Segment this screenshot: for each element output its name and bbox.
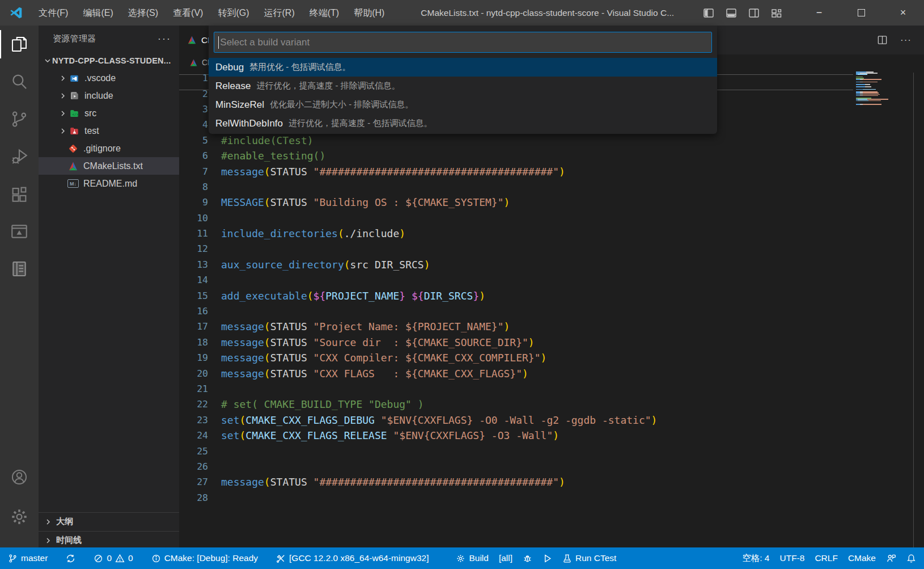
toggle-panel-icon[interactable] <box>726 7 737 19</box>
build-gear-icon <box>456 554 465 563</box>
menu-item-3[interactable]: 查看(V) <box>166 0 210 26</box>
cmake-build-button[interactable]: Build <box>451 547 493 569</box>
tree-item-vscode[interactable]: .vscode <box>39 69 179 87</box>
feedback-button[interactable] <box>881 547 901 569</box>
code-line-24[interactable]: 24set(CMAKE_CXX_FLAGS_RELEASE "$ENV{CXXF… <box>179 428 853 443</box>
tree-item-include[interactable]: include <box>39 87 179 104</box>
feedback-icon <box>886 553 896 563</box>
customize-layout-icon[interactable] <box>771 7 782 19</box>
vertical-scrollbar[interactable] <box>913 73 923 547</box>
menu-item-5[interactable]: 运行(R) <box>257 0 302 26</box>
activity-run-debug[interactable] <box>0 138 39 175</box>
extensions-icon <box>10 184 29 204</box>
problems-status[interactable]: 0 0 <box>88 547 138 569</box>
tree-item-gitignore[interactable]: .gitignore <box>39 140 179 157</box>
code-line-6[interactable]: 6#enable_testing() <box>179 148 853 163</box>
activity-source-control[interactable] <box>0 100 39 138</box>
code-line-15[interactable]: 15add_executable(${PROJECT_NAME} ${DIR_S… <box>179 288 853 303</box>
git-branch-status[interactable]: master <box>0 547 53 569</box>
close-button[interactable]: × <box>882 0 924 26</box>
code-line-21[interactable]: 21 <box>179 381 853 397</box>
run-ctest-button[interactable]: Run CTest <box>557 547 621 569</box>
notifications-bell[interactable] <box>901 547 924 569</box>
activity-settings[interactable] <box>0 498 39 536</box>
tree-item-readme[interactable]: M↓ README.md <box>39 175 179 192</box>
activity-extensions[interactable] <box>0 175 39 213</box>
cmake-target-button[interactable]: [all] <box>494 547 518 569</box>
source-control-icon <box>10 109 29 129</box>
code-line-22[interactable]: 22# set( CMAKE_BUILD_TYPE "Debug" ) <box>179 397 853 412</box>
code-line-10[interactable]: 10 <box>179 210 853 226</box>
quickpick-list: Debug 禁用优化 - 包括调试信息。 Release 进行优化，提高速度 -… <box>209 58 717 134</box>
tree-root-folder[interactable]: NYTD-CPP-CLASS-STUDEN... <box>39 52 179 69</box>
activity-outline-book[interactable] <box>0 250 39 288</box>
code-line-25[interactable]: 25 <box>179 443 853 458</box>
code-line-11[interactable]: 11include_directories(./include) <box>179 226 853 241</box>
code-line-12[interactable]: 12 <box>179 241 853 256</box>
code-line-14[interactable]: 14 <box>179 272 853 288</box>
eol-status[interactable]: CRLF <box>809 547 842 569</box>
activity-explorer[interactable] <box>0 26 39 63</box>
quickpick-item-release[interactable]: Release 进行优化，提高速度 - 排除调试信息。 <box>209 77 717 95</box>
editor-more-actions[interactable]: ··· <box>900 35 912 46</box>
code-line-17[interactable]: 17message(STATUS "Project Name: ${PROJEC… <box>179 319 853 334</box>
indentation-status[interactable]: 空格: 4 <box>737 547 774 569</box>
code-line-18[interactable]: 18message(STATUS "Source dir : ${CMAKE_S… <box>179 335 853 350</box>
code-line-7[interactable]: 7message(STATUS "#######################… <box>179 163 853 179</box>
code-line-26[interactable]: 26 <box>179 459 853 474</box>
quickpick-input[interactable]: Select a build variant <box>214 32 712 53</box>
title-bar: 文件(F)编辑(E)选择(S)查看(V)转到(G)运行(R)终端(T)帮助(H)… <box>0 0 924 26</box>
code-line-16[interactable]: 16 <box>179 304 853 319</box>
window-title: CMakeLists.txt - nytd-cpp-class-student-… <box>392 8 703 18</box>
gear-icon <box>10 507 29 526</box>
outline-section[interactable]: 大纲 <box>39 512 179 530</box>
code-editor[interactable]: 12345#include(CTest)6#enable_testing()7m… <box>179 70 853 547</box>
maximize-icon <box>858 9 865 16</box>
cmake-debug-button[interactable] <box>518 547 537 569</box>
menu-item-4[interactable]: 转到(G) <box>210 0 256 26</box>
tree-item-src[interactable]: </> src <box>39 104 179 122</box>
quickpick-item-debug[interactable]: Debug 禁用优化 - 包括调试信息。 <box>209 58 717 77</box>
sync-icon <box>66 554 75 563</box>
language-mode-status[interactable]: CMake <box>843 547 881 569</box>
minimap[interactable] <box>855 71 913 547</box>
activity-cmake[interactable] <box>0 213 39 250</box>
tree-item-cmakelists[interactable]: CMakeLists.txt <box>39 157 179 175</box>
menu-item-0[interactable]: 文件(F) <box>31 0 75 26</box>
quickpick-item-relwithdebinfo[interactable]: RelWithDebInfo 进行优化，提高速度 - 包括调试信息。 <box>209 114 717 133</box>
code-line-20[interactable]: 20message(STATUS "CXX FLAGS : ${CMAKE_CX… <box>179 365 853 381</box>
sync-status[interactable] <box>61 547 80 569</box>
code-line-8[interactable]: 8 <box>179 179 853 195</box>
activity-account[interactable] <box>0 458 39 496</box>
cmake-file-icon <box>187 35 197 45</box>
chevron-right-icon <box>44 517 53 526</box>
code-line-5[interactable]: 5#include(CTest) <box>179 133 853 148</box>
maximize-button[interactable] <box>840 0 882 26</box>
menu-item-1[interactable]: 编辑(E) <box>75 0 120 26</box>
split-editor-icon[interactable] <box>877 35 888 45</box>
minimize-button[interactable]: − <box>798 0 840 26</box>
menu-item-7[interactable]: 帮助(H) <box>346 0 392 26</box>
toggle-secondary-sidebar-icon[interactable] <box>748 7 760 19</box>
code-line-13[interactable]: 13aux_source_directory(src DIR_SRCS) <box>179 257 853 272</box>
cmake-kit-status[interactable]: [GCC 12.2.0 x86_64-w64-mingw32] <box>271 547 434 569</box>
chevron-right-icon <box>44 536 53 545</box>
tree-item-test[interactable]: test <box>39 122 179 140</box>
sidebar-more-actions[interactable]: ··· <box>158 33 171 45</box>
menu-item-2[interactable]: 选择(S) <box>121 0 166 26</box>
toggle-sidebar-icon[interactable] <box>703 7 714 19</box>
cmake-status[interactable]: CMake: [Debug]: Ready <box>146 547 263 569</box>
encoding-status[interactable]: UTF-8 <box>774 547 809 569</box>
code-line-9[interactable]: 9MESSAGE(STATUS "Building OS : ${CMAKE_S… <box>179 195 853 210</box>
activity-search[interactable] <box>0 63 39 100</box>
cmake-launch-button[interactable] <box>537 547 557 569</box>
timeline-section[interactable]: 时间线 <box>39 531 179 549</box>
menu-item-6[interactable]: 终端(T) <box>302 0 346 26</box>
chevron-down-icon <box>43 56 52 65</box>
code-line-19[interactable]: 19message(STATUS "CXX Compiler: ${CMAKE_… <box>179 350 853 365</box>
code-line-23[interactable]: 23set(CMAKE_CXX_FLAGS_DEBUG "$ENV{CXXFLA… <box>179 412 853 428</box>
line-number: 18 <box>179 337 221 348</box>
quickpick-item-minsizerel[interactable]: MinSizeRel 优化最小二进制大小 - 排除调试信息。 <box>209 95 717 114</box>
code-line-28[interactable]: 28 <box>179 490 853 505</box>
code-line-27[interactable]: 27message(STATUS "######################… <box>179 474 853 490</box>
